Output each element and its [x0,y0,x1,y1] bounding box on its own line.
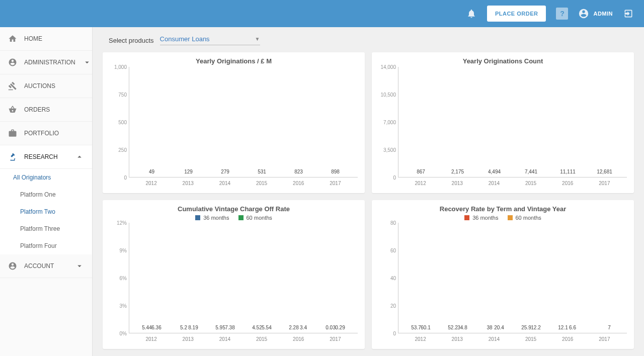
sidebar-item-auctions[interactable]: AUCTIONS [0,74,92,98]
chart-legend: 36 months60 months [110,215,358,221]
sidebar-item-account[interactable]: ACCOUNT [0,254,92,278]
sidebar-subitem-all-originators[interactable]: All Originators [0,169,92,186]
research-subitems: All Originators Platform One Platform Tw… [0,169,92,254]
sidebar-subitem-platform-four[interactable]: Platform Four [0,237,92,254]
chart-title: Yearly Originations / £ M [110,57,358,65]
user-menu[interactable]: ADMIN [578,8,613,19]
home-icon [8,34,17,43]
chart-card: Yearly Originations / £ M02505007501,000… [103,52,365,193]
sidebar-item-orders[interactable]: ORDERS [0,98,92,122]
chevron-up-icon [75,152,84,161]
product-filter-label: Select products [109,37,154,44]
charts-grid: Yearly Originations / £ M02505007501,000… [103,52,634,349]
microscope-icon [8,152,17,161]
basket-icon [8,105,17,114]
logout-icon[interactable] [623,8,634,19]
chart-legend: 36 months60 months [379,215,627,221]
chart-title: Recovery Rate by Term and Vintage Year [379,205,627,213]
chart-title: Cumulative Vintage Charge Off Rate [110,205,358,213]
topbar: PLACE ORDER ? ADMIN [0,0,644,27]
sidebar: HOME ADMINISTRATION AUCTIONS ORDERS PORT… [0,27,93,356]
chart-card: Cumulative Vintage Charge Off Rate36 mon… [103,200,365,349]
sidebar-subitem-platform-one[interactable]: Platform One [0,186,92,203]
sidebar-item-administration[interactable]: ADMINISTRATION [0,51,92,74]
product-filter-dropdown[interactable]: Consumer Loans ▼ [160,35,260,45]
gavel-icon [8,81,17,91]
user-circle-icon [8,261,17,271]
briefcase-icon [8,129,17,138]
main-content: Select products Consumer Loans ▼ Yearly … [93,27,644,356]
product-filter-row: Select products Consumer Loans ▼ [103,32,634,52]
chevron-down-icon [75,261,84,271]
caret-down-icon: ▼ [255,36,260,42]
place-order-button[interactable]: PLACE ORDER [487,6,546,22]
chart-card: Yearly Originations Count03,5007,00010,5… [372,52,634,193]
sidebar-item-research[interactable]: RESEARCH [0,145,92,169]
chart-card: Recovery Rate by Term and Vintage Year36… [372,200,634,349]
user-circle-icon [8,58,17,67]
bell-icon[interactable] [466,8,477,19]
sidebar-subitem-platform-two[interactable]: Platform Two [0,203,92,220]
sidebar-item-portfolio[interactable]: PORTFOLIO [0,122,92,145]
chart-title: Yearly Originations Count [379,57,627,65]
user-label: ADMIN [593,11,613,17]
sidebar-subitem-platform-three[interactable]: Platform Three [0,220,92,237]
chevron-down-icon [83,58,92,67]
sidebar-item-home[interactable]: HOME [0,27,92,51]
help-icon[interactable]: ? [556,8,568,20]
